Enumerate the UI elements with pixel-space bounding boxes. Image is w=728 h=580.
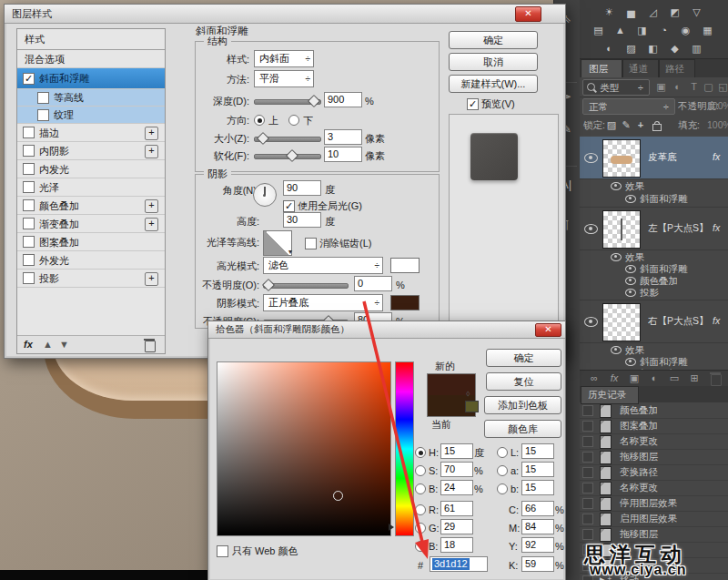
selective-color-icon[interactable]: ◆ bbox=[666, 42, 683, 56]
direction-down-radio[interactable] bbox=[288, 115, 299, 126]
style-item-texture[interactable]: 纹理 bbox=[17, 107, 165, 124]
history-row[interactable]: 启用图层效果 bbox=[580, 511, 728, 527]
web-only-checkbox[interactable] bbox=[217, 545, 228, 557]
checkbox[interactable] bbox=[37, 92, 49, 104]
altitude-input[interactable]: 30 bbox=[283, 212, 321, 228]
l-input[interactable]: 15 bbox=[521, 443, 554, 459]
history-source-checkbox[interactable] bbox=[582, 405, 593, 416]
close-icon[interactable]: ✕ bbox=[515, 6, 541, 22]
history-row[interactable]: 名称更改 bbox=[580, 433, 728, 450]
hex-input[interactable]: 3d1d12 bbox=[430, 556, 488, 572]
style-item-pattern-overlay[interactable]: 图案叠加 bbox=[17, 233, 165, 251]
ok-button[interactable]: 确定 bbox=[486, 349, 561, 367]
shadow-color-swatch[interactable] bbox=[390, 295, 420, 310]
visibility-eye-icon[interactable] bbox=[611, 346, 622, 354]
add-effect-icon[interactable]: + bbox=[145, 127, 158, 140]
effect-row-bevel[interactable]: 斜面和浮雕 bbox=[580, 192, 728, 205]
link-layers-icon[interactable]: ∞ bbox=[587, 371, 602, 385]
layer-name[interactable]: 右【P大点S】 bbox=[648, 315, 709, 327]
depth-input[interactable]: 900 bbox=[324, 92, 362, 107]
filter-smart-objects-icon[interactable]: ◱ bbox=[714, 80, 728, 94]
adjustment-layer-icon[interactable]: ◐ bbox=[647, 371, 662, 385]
visibility-eye-icon[interactable] bbox=[611, 182, 622, 190]
c-input[interactable]: 66 bbox=[521, 501, 554, 516]
filter-kind-dropdown[interactable]: 类型 ÷ bbox=[582, 79, 650, 96]
a-radio[interactable] bbox=[497, 465, 508, 476]
hue-slider[interactable] bbox=[395, 361, 414, 536]
style-item-outer-glow[interactable]: 外发光 bbox=[17, 251, 165, 270]
shadow-mode-dropdown[interactable]: 正片叠底 ÷ bbox=[263, 294, 383, 311]
soften-input[interactable]: 10 bbox=[324, 147, 362, 162]
layer-group-icon[interactable]: ▭ bbox=[667, 371, 682, 385]
effect-row-bevel[interactable]: 斜面和浮雕 bbox=[580, 355, 728, 367]
style-dropdown[interactable]: 内斜面 ÷ bbox=[254, 50, 314, 67]
g-radio[interactable] bbox=[415, 523, 426, 534]
history-row[interactable]: 颜色叠加 bbox=[580, 402, 728, 419]
lock-image-pixels-icon[interactable]: ✎ bbox=[620, 118, 632, 132]
history-row[interactable]: 停用图层效果 bbox=[580, 495, 728, 512]
history-source-checkbox[interactable] bbox=[582, 483, 593, 494]
layer-thumbnail[interactable] bbox=[602, 139, 641, 178]
global-light-checkbox[interactable]: ✓ bbox=[283, 200, 295, 212]
method-dropdown[interactable]: 平滑 ÷ bbox=[254, 70, 314, 87]
style-item-bevel-emboss[interactable]: ✓ 斜面和浮雕 bbox=[17, 68, 165, 89]
add-to-swatches-button[interactable]: 添加到色板 bbox=[484, 396, 561, 414]
checkbox[interactable] bbox=[23, 127, 35, 138]
style-item-blending-options[interactable]: 混合选项 bbox=[17, 50, 165, 68]
style-item-drop-shadow[interactable]: 投影 + bbox=[17, 270, 165, 288]
invert-icon[interactable]: ◐ bbox=[601, 42, 618, 56]
delete-layer-icon[interactable] bbox=[711, 374, 722, 386]
style-item-gradient-overlay[interactable]: 渐变叠加 + bbox=[17, 215, 165, 233]
angle-input[interactable]: 90 bbox=[283, 180, 321, 196]
s-input[interactable]: 70 bbox=[440, 462, 473, 477]
history-source-checkbox[interactable] bbox=[582, 452, 593, 463]
r-radio[interactable] bbox=[415, 504, 426, 515]
gamut-warning-cube-icon[interactable]: ⬨ bbox=[466, 387, 470, 400]
highlight-color-swatch[interactable] bbox=[390, 258, 420, 273]
color-field[interactable] bbox=[217, 361, 391, 536]
vibrance-icon[interactable]: ▽ bbox=[688, 5, 705, 19]
visibility-eye-icon[interactable] bbox=[625, 195, 636, 203]
visibility-eye-icon[interactable] bbox=[625, 265, 636, 273]
visibility-eye-icon[interactable] bbox=[584, 153, 598, 163]
soften-slider[interactable] bbox=[254, 154, 321, 159]
highlight-mode-dropdown[interactable]: 滤色 ÷ bbox=[263, 257, 383, 274]
move-down-icon[interactable]: ▼ bbox=[59, 338, 69, 351]
visibility-eye-icon[interactable] bbox=[625, 277, 636, 285]
effects-row[interactable]: 效果 bbox=[580, 343, 728, 355]
b-input[interactable]: 24 bbox=[440, 480, 473, 495]
history-row[interactable]: 图案叠加 bbox=[580, 418, 728, 434]
channel-mixer-icon[interactable]: ◉ bbox=[677, 24, 694, 37]
hue-slider-left-arrow-icon[interactable] bbox=[389, 524, 394, 531]
b2-input[interactable]: 18 bbox=[440, 537, 473, 553]
hue-saturation-icon[interactable]: ▤ bbox=[590, 24, 607, 37]
visibility-eye-icon[interactable] bbox=[625, 358, 636, 366]
fx-badge[interactable]: fx bbox=[713, 222, 720, 234]
checkbox[interactable] bbox=[23, 254, 35, 266]
posterize-icon[interactable]: ▨ bbox=[622, 42, 640, 56]
layer-row-pigedi[interactable]: 皮革底 fx bbox=[580, 137, 728, 179]
angle-dial[interactable] bbox=[253, 183, 277, 207]
photo-filter-icon[interactable]: ◔ bbox=[655, 24, 672, 37]
style-item-inner-glow[interactable]: 内发光 bbox=[17, 160, 165, 178]
add-effect-icon[interactable]: + bbox=[145, 145, 158, 158]
style-item-stroke[interactable]: 描边 + bbox=[17, 124, 165, 142]
fill-value[interactable]: 100% bbox=[707, 119, 728, 131]
opacity-value[interactable]: 100% bbox=[707, 100, 728, 112]
color-balance-icon[interactable]: ▲ bbox=[612, 24, 629, 37]
lab-b-radio[interactable] bbox=[497, 483, 508, 494]
visibility-eye-icon[interactable] bbox=[584, 224, 598, 234]
history-row[interactable]: 变换路径 bbox=[580, 464, 728, 481]
visibility-eye-icon[interactable] bbox=[584, 317, 598, 327]
levels-icon[interactable]: ▅ bbox=[622, 5, 640, 19]
filter-pixel-layers-icon[interactable]: ▣ bbox=[652, 80, 670, 94]
gloss-contour-picker[interactable]: ▾ bbox=[263, 230, 292, 256]
history-row[interactable]: 拖移图层 bbox=[580, 449, 728, 465]
checkbox-checked[interactable]: ✓ bbox=[23, 73, 35, 85]
color-picker-titlebar[interactable]: 拾色器（斜面和浮雕阴影颜色） ✕ bbox=[208, 321, 565, 339]
checkbox[interactable] bbox=[23, 145, 35, 157]
lock-all-icon[interactable] bbox=[652, 124, 662, 131]
effect-row-bevel[interactable]: 斜面和浮雕 bbox=[580, 262, 728, 274]
move-up-icon[interactable]: ▲ bbox=[43, 338, 53, 351]
checkbox[interactable] bbox=[23, 181, 35, 193]
